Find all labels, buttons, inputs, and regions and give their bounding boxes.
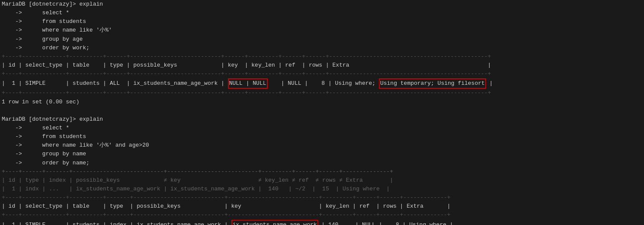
blank-line-1 [0,106,644,115]
prompt-line-6: -> order by work; [0,44,644,52]
null-key-highlight: NULL | NULL [228,78,268,89]
prompt2-line-2: -> select * [0,124,644,132]
prompt2-line-3: -> from students [0,132,644,141]
section-2: MariaDB [dotnetcrazy]> explain -> select… [0,115,644,225]
bg-table-sep: +----+------+-------+-------------------… [0,167,644,176]
bg-table-header: | id | type | index | possible_keys ≠ ke… [0,176,644,185]
key-highlight: ix_students_name_age_work [231,220,318,225]
prompt-line-1: MariaDB [dotnetcrazy]> explain [0,0,644,9]
section-1: MariaDB [dotnetcrazy]> explain -> select… [0,0,644,106]
prompt-line-5: -> group by age [0,35,644,44]
prompt-line-3: -> from students [0,17,644,26]
table2-sep-2: +----+-------------+----------+-------+-… [0,211,644,219]
prompt-line-2: -> select * [0,9,644,17]
table-data-row-1: | 1 | SIMPLE | students | ALL | ix_stude… [0,78,644,89]
prompt-line-4: -> where name like '小%' [0,26,644,35]
row-count-1: 1 row in set (0.00 sec) [0,98,644,106]
prompt2-line-4: -> where name like '小%' and age>20 [0,141,644,150]
terminal-window: MariaDB [dotnetcrazy]> explain -> select… [0,0,644,225]
table-header-1: | id | select_type | table | type | poss… [0,61,644,70]
table-sep-1: +----+-------------+----------+------+--… [0,52,644,61]
table2-header: | id | select_type | table | type | poss… [0,202,644,211]
table-sep-3: +----+-------------+----------+------+--… [0,89,644,97]
table-sep-2: +----+-------------+----------+------+--… [0,70,644,78]
extra-highlight: Using temporary; Using filesort [379,78,486,89]
prompt2-line-5: -> group by name [0,150,644,158]
prompt2-line-1: MariaDB [dotnetcrazy]> explain [0,115,644,124]
bg-table-data: | 1 | indx | ... | ix_students_name_age_… [0,185,644,193]
table2-sep-1: +----+-------------+----------+-------+-… [0,193,644,202]
prompt2-line-6: -> order by name; [0,159,644,167]
table2-data-row: | 1 | SIMPLE | students | index | ix_stu… [0,220,644,225]
